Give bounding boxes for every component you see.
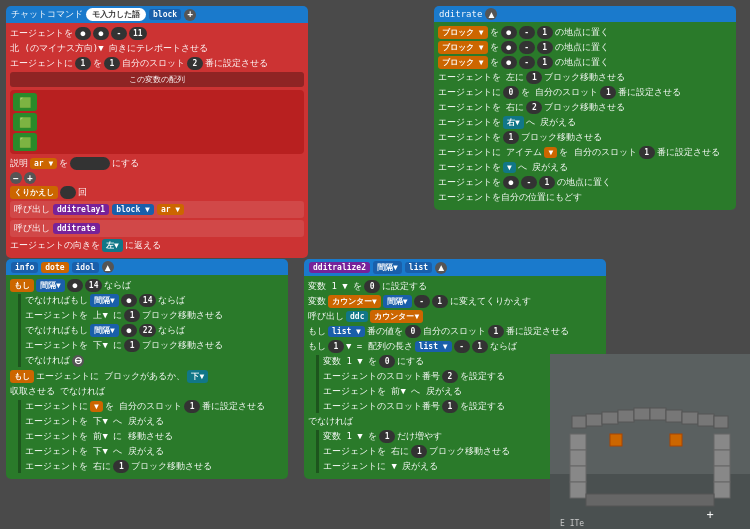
icon-list: 🟩 🟩 🟩 — [10, 90, 304, 154]
mid-left-panel: info dote idol ▲ もし 間隔▼ ● 14 ならば でなければもし… — [2, 255, 292, 483]
svg-text:+: + — [706, 508, 713, 522]
icon-item-1: 🟩 — [13, 93, 37, 111]
mc-row-call: 呼び出し ddc カウンター▼ — [308, 310, 602, 323]
plus-btn[interactable]: + — [24, 172, 36, 184]
mid-left-row-9: エージェントを 前▼ に 移動させる — [25, 430, 284, 443]
mid-left-row-3: でなければもし 間隔▼ ● 22 ならば — [25, 324, 284, 337]
dditrate-body: ブロック ▼ を ● - 1 の地点に置く ブロック ▼ を ● - 1 の地点… — [434, 22, 736, 210]
dditrate-row-9: エージェントに アイテム ▼ を 自分のスロット 1 番に設定させる — [438, 146, 732, 159]
mid-left-row-5: でなければ ⊖ — [25, 354, 284, 367]
svg-rect-14 — [650, 408, 666, 420]
dditrate-row-4: エージェントを 左に 1 ブロック移動させる — [438, 71, 732, 84]
repeat-tag: くりかえし — [10, 186, 58, 199]
minecraft-svg: + E ITe — [550, 354, 750, 529]
mc-row-3: もし list ▼ 番の値を 0 自分のスロット 1 番に設定させる — [308, 325, 602, 338]
dditrate-row-2: ブロック ▼ を ● - 1 の地点に置く — [438, 41, 732, 54]
mid-left-row-7: エージェントに ▼ を 自分のスロット 1 番に設定させる — [25, 400, 284, 413]
svg-rect-18 — [586, 494, 714, 506]
if-row: もし 間隔▼ ● 14 ならば — [10, 279, 284, 292]
chat-input-display[interactable]: モ入力した語 — [86, 8, 146, 21]
set-slot-row: エージェントに 1 を 1 自分のスロット 2 番に設定させる — [10, 57, 304, 70]
mc-row-2: 変数 カウンター▼ 間隔▼ - 1 に変えてくりかえす — [308, 295, 602, 308]
chat-body: エージェントを ● ● - 11 北 (のマイナス方向)▼ 向きにテレポートさせ… — [6, 23, 308, 258]
dditrate-title: dditrate — [439, 9, 482, 19]
dditrate-row-3: ブロック ▼ を ● - 1 の地点に置く — [438, 56, 732, 69]
call-1-row: 呼び出し dditrelay1 block ▼ ar ▼ — [10, 201, 304, 218]
dditrate-row-5: エージェントに 0 を 自分のスロット 1 番に設定させる — [438, 86, 732, 99]
mid-left-row-8: エージェントを 下▼ へ 戻がえる — [25, 415, 284, 428]
svg-rect-7 — [714, 450, 730, 466]
svg-rect-4 — [570, 466, 586, 482]
dditrate-row-11: エージェントを ● - 1 の地点に置く — [438, 176, 732, 189]
svg-rect-22 — [670, 434, 682, 446]
dditrate-row-8: エージェントを 1 ブロック移動させる — [438, 131, 732, 144]
mid-left-row-1: でなければもし 間隔▼ ● 14 ならば — [25, 294, 284, 307]
icon-item-3: 🟩 — [13, 133, 37, 151]
block-tag: block — [149, 9, 181, 20]
dditrate-row-1: ブロック ▼ を ● - 1 の地点に置く — [438, 26, 732, 39]
mc-row-1: 変数 1 ▼ を 0 に設定する — [308, 280, 602, 293]
minus-btn[interactable]: − — [10, 172, 22, 184]
teleport-row: エージェントを ● ● - 11 北 (のマイナス方向)▼ 向きにテレポートさせ… — [10, 27, 304, 55]
svg-rect-5 — [570, 482, 586, 498]
dditrate-row-6: エージェントを 右に 2 ブロック移動させる — [438, 101, 732, 114]
mid-left-add-btn[interactable]: ▲ — [102, 261, 114, 273]
chat-header: チャットコマンド モ入力した語 block + — [6, 6, 308, 23]
minecraft-scene: + E ITe — [550, 354, 750, 529]
var-row: 説明 ar ▼ を にする — [10, 157, 304, 170]
svg-rect-12 — [618, 410, 634, 422]
svg-rect-21 — [610, 434, 622, 446]
add-button[interactable]: + — [184, 9, 196, 21]
if-indent-2: エージェントに ▼ を 自分のスロット 1 番に設定させる エージェントを 下▼… — [18, 400, 284, 473]
repeat-row: くりかえし 回 — [10, 186, 304, 199]
svg-rect-2 — [570, 434, 586, 450]
svg-rect-9 — [714, 482, 730, 498]
dditrate-row-10: エージェントを ▼ へ 戻がえる — [438, 161, 732, 174]
mid-center-add-btn[interactable]: ▲ — [435, 262, 447, 274]
svg-rect-3 — [570, 450, 586, 466]
dditrate-panel: dditrate ▲ ブロック ▼ を ● - 1 の地点に置く ブロック ▼ … — [430, 2, 740, 214]
note-box: この変数の配列 — [10, 72, 304, 87]
call-2-row: 呼び出し dditrate — [10, 220, 304, 237]
mid-left-header: info dote idol ▲ — [6, 259, 288, 275]
svg-rect-8 — [714, 466, 730, 482]
svg-rect-16 — [682, 412, 698, 424]
mid-left-body: もし 間隔▼ ● 14 ならば でなければもし 間隔▼ ● 14 ならば エージ… — [6, 275, 288, 479]
svg-rect-15 — [666, 410, 682, 422]
svg-rect-10 — [586, 414, 602, 426]
collapse-row: − + — [10, 172, 304, 184]
svg-rect-6 — [714, 434, 730, 450]
else-collapse[interactable]: ⊖ — [72, 355, 84, 367]
dditrate-row-7: エージェントを 右▼ へ 戻がえる — [438, 116, 732, 129]
svg-rect-11 — [602, 412, 618, 424]
last-row: エージェントの向きを 左▼ に返える — [10, 239, 304, 252]
svg-rect-19 — [572, 416, 586, 428]
icon-item-2: 🟩 — [13, 113, 37, 131]
dditrate-header: dditrate ▲ — [434, 6, 736, 22]
mid-left-row-4: エージェントを 下▼ に 1 ブロック移動させる — [25, 339, 284, 352]
svg-rect-13 — [634, 408, 650, 420]
svg-text:E ITe: E ITe — [560, 519, 584, 528]
mid-center-header: dditralize2 間隔▼ list ▲ — [304, 259, 606, 276]
if-indent-1: でなければもし 間隔▼ ● 14 ならば エージェントを 上▼ に 1 ブロック… — [18, 294, 284, 367]
chat-command-panel: チャットコマンド モ入力した語 block + エージェントを ● ● - 11… — [2, 2, 312, 262]
chat-title: チャットコマンド — [11, 8, 83, 21]
mid-left-row-11: エージェントを 右に 1 ブロック移動させる — [25, 460, 284, 473]
dditrate-add-btn[interactable]: ▲ — [485, 8, 497, 20]
svg-rect-20 — [714, 416, 728, 428]
mid-left-row-10: エージェントを 下▼ へ 戻がえる — [25, 445, 284, 458]
ar-tag: ar ▼ — [30, 158, 57, 169]
mid-left-row-2: エージェントを 上▼ に 1 ブロック移動させる — [25, 309, 284, 322]
svg-rect-17 — [698, 414, 714, 426]
dditrate-row-12: エージェントを自分の位置にもどす — [438, 191, 732, 204]
mc-row-4: もし 1 ▼ = 配列の長さ list ▼ - 1 ならば — [308, 340, 602, 353]
mid-left-row-6: もし エージェントに ブロックがあるか、 下▼ 収取させる でなければ — [10, 370, 284, 398]
